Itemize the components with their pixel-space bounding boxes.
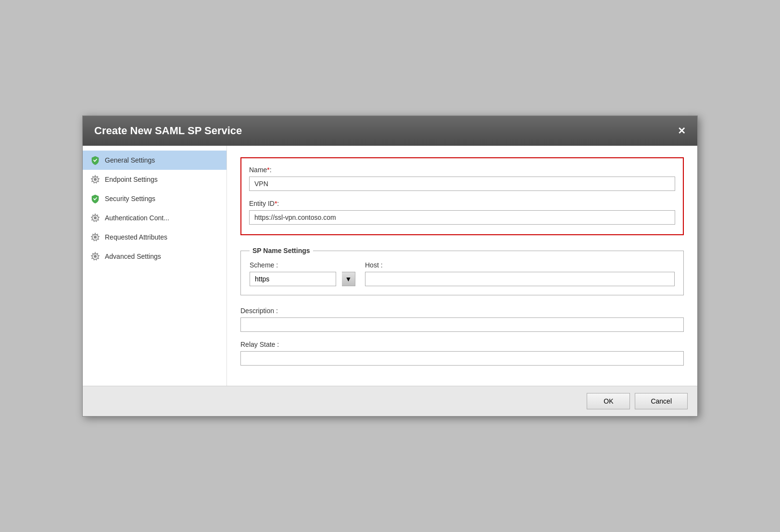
required-fields-box: Name*: Entity ID*:	[240, 157, 684, 235]
name-field-group: Name*:	[249, 166, 675, 191]
sidebar-item-advanced-settings[interactable]: Advanced Settings	[83, 247, 226, 266]
scheme-host-row: Scheme : https http ▼ Host :	[250, 261, 675, 286]
sidebar-item-requested-attributes[interactable]: Requested Attributes	[83, 228, 226, 247]
green-shield-icon-security	[90, 194, 100, 203]
name-input[interactable]	[249, 177, 675, 191]
sidebar-item-endpoint-settings[interactable]: Endpoint Settings	[83, 170, 226, 189]
ok-button[interactable]: OK	[587, 393, 630, 409]
scheme-field-col: Scheme : https http ▼	[250, 261, 355, 286]
relay-state-label: Relay State :	[240, 341, 684, 348]
entity-id-input[interactable]	[249, 210, 675, 225]
host-input[interactable]	[365, 272, 675, 286]
sp-name-settings-group: SP Name Settings Scheme : https http ▼	[240, 247, 684, 295]
entity-id-label: Entity ID*:	[249, 200, 675, 207]
relay-state-input[interactable]	[240, 351, 684, 366]
dialog-title: Create New SAML SP Service	[94, 125, 242, 137]
sidebar-item-general-settings[interactable]: General Settings	[83, 151, 226, 170]
description-label: Description :	[240, 307, 684, 315]
gear-icon-requested	[90, 232, 100, 242]
scheme-select-arrow: ▼	[342, 272, 355, 286]
scheme-select[interactable]: https http	[250, 272, 336, 286]
sidebar-label-requested-attributes: Requested Attributes	[105, 233, 167, 241]
green-shield-icon	[90, 155, 100, 165]
description-input[interactable]	[240, 317, 684, 332]
sidebar-label-security-settings: Security Settings	[105, 195, 155, 203]
dialog-header: Create New SAML SP Service ✕	[83, 116, 697, 146]
sidebar-label-authentication-cont: Authentication Cont...	[105, 214, 169, 222]
sidebar-item-authentication-cont[interactable]: Authentication Cont...	[83, 208, 226, 228]
svg-point-3	[94, 255, 97, 258]
scheme-select-wrapper: https http ▼	[250, 272, 355, 286]
sidebar-item-security-settings[interactable]: Security Settings	[83, 189, 226, 208]
scheme-label: Scheme :	[250, 261, 355, 269]
sidebar-label-general-settings: General Settings	[105, 156, 155, 164]
entity-id-field-group: Entity ID*:	[249, 200, 675, 225]
main-content: Name*: Entity ID*: SP Name Settings	[227, 146, 697, 386]
sidebar-label-advanced-settings: Advanced Settings	[105, 253, 161, 260]
description-field-group: Description :	[240, 307, 684, 332]
dialog-body: General Settings Endpoint Settings	[83, 146, 697, 386]
sidebar-label-endpoint-settings: Endpoint Settings	[105, 176, 158, 183]
gear-icon-advanced	[90, 252, 100, 261]
close-button[interactable]: ✕	[678, 126, 686, 136]
host-field-col: Host :	[365, 261, 675, 286]
cancel-button[interactable]: Cancel	[635, 393, 688, 409]
host-label: Host :	[365, 261, 675, 269]
svg-point-2	[94, 236, 97, 239]
sp-name-settings-legend: SP Name Settings	[250, 247, 313, 254]
name-label: Name*:	[249, 166, 675, 174]
relay-state-field-group: Relay State :	[240, 341, 684, 366]
svg-point-0	[94, 178, 97, 181]
dialog: Create New SAML SP Service ✕ General Set…	[82, 115, 698, 417]
gear-icon-endpoint	[90, 175, 100, 184]
gear-icon-auth	[90, 213, 100, 223]
svg-point-1	[94, 216, 97, 219]
sidebar: General Settings Endpoint Settings	[83, 146, 227, 386]
dialog-footer: OK Cancel	[83, 386, 697, 416]
